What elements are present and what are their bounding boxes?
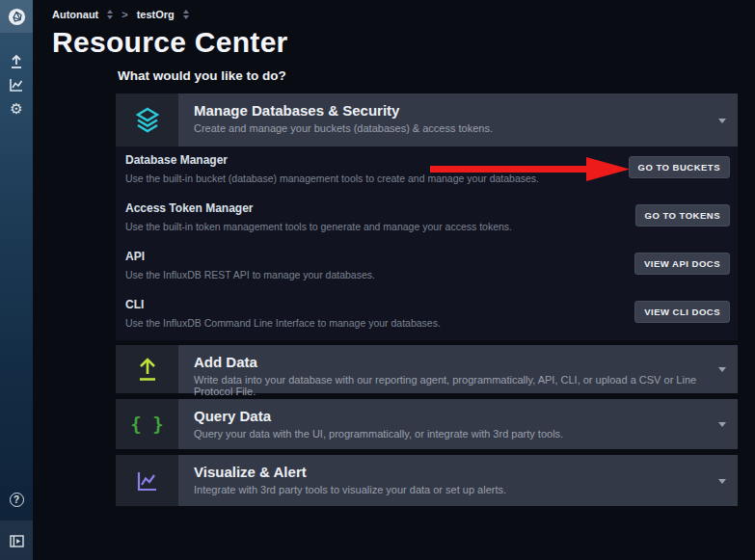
visualize-icon-tile	[116, 455, 178, 506]
card-description: Write data into your database with our r…	[194, 374, 738, 397]
breadcrumb-org[interactable]: testOrg	[137, 9, 175, 20]
database-manager-row: Database Manager Use the built-in bucket…	[125, 153, 730, 196]
gear-icon: ⚙	[10, 101, 22, 116]
card-title: Add Data	[194, 354, 738, 370]
add-data-icon-tile	[116, 345, 178, 393]
layers-icon	[134, 107, 161, 133]
breadcrumb-separator: >	[121, 9, 127, 20]
chevron-down-icon[interactable]	[718, 422, 726, 427]
upload-nav-item[interactable]	[0, 50, 33, 73]
chevron-down-icon[interactable]	[718, 119, 726, 123]
manage-databases-card-header[interactable]: Manage Databases & Security Create and m…	[116, 93, 738, 147]
chevron-down-icon[interactable]	[718, 367, 726, 372]
breadcrumb-account[interactable]: Autonaut	[52, 9, 98, 20]
visualize-alert-card-header[interactable]: Visualize & Alert Integrate with 3rd par…	[116, 455, 738, 506]
influxdb-logo[interactable]	[0, 0, 33, 33]
upload-icon	[9, 54, 24, 69]
go-to-tokens-button[interactable]: GO TO TOKENS	[635, 204, 731, 227]
view-cli-docs-button[interactable]: VIEW CLI DOCS	[634, 301, 730, 323]
manage-icon-tile	[116, 93, 178, 147]
line-chart-icon	[136, 469, 159, 493]
expand-panel-icon	[10, 535, 24, 547]
sort-caret-icon[interactable]	[107, 10, 113, 19]
go-to-buckets-button[interactable]: GO TO BUCKETS	[629, 156, 731, 178]
card-title: Query Data	[194, 408, 738, 424]
card-description: Query your data with the UI, programmati…	[194, 428, 738, 440]
influxdb-logo-icon	[8, 8, 26, 26]
api-row: API Use the InfluxDB REST API to manage …	[125, 250, 730, 292]
manage-databases-card-body: Database Manager Use the built-in bucket…	[116, 147, 738, 340]
card-title: Manage Databases & Security	[194, 102, 738, 119]
query-data-icon-tile: { }	[116, 399, 178, 449]
view-api-docs-button[interactable]: VIEW API DOCS	[634, 253, 730, 275]
add-data-card-header[interactable]: Add Data Write data into your database w…	[116, 345, 738, 393]
query-data-card-header[interactable]: { } Query Data Query your data with the …	[116, 399, 738, 449]
upload-icon	[136, 358, 159, 382]
breadcrumb: Autonaut > testOrg	[52, 6, 189, 23]
chevron-down-icon[interactable]	[718, 479, 726, 484]
expand-panel-nav-item[interactable]	[0, 529, 33, 552]
help-nav-item[interactable]: ?	[0, 488, 33, 511]
cli-row: CLI Use the InfluxDB Command Line Interf…	[125, 298, 730, 340]
card-description: Integrate with 3rd party tools to visual…	[194, 484, 738, 495]
card-title: Visualize & Alert	[194, 464, 738, 480]
page-title: Resource Center	[52, 26, 288, 59]
prompt-heading: What would you like to do?	[118, 68, 286, 83]
graph-icon	[9, 77, 24, 93]
help-icon: ?	[10, 493, 24, 507]
sort-caret-icon[interactable]	[183, 10, 189, 19]
resource-center-page: ⚙ ? Autonaut > testOrg Resource Center W…	[0, 0, 755, 560]
access-token-manager-row: Access Token Manager Use the built-in to…	[125, 201, 730, 244]
settings-nav-item[interactable]: ⚙	[0, 96, 33, 120]
sidebar: ⚙ ?	[0, 0, 33, 560]
data-explorer-nav-item[interactable]	[0, 73, 33, 96]
braces-icon: { }	[130, 413, 163, 435]
card-description: Create and manage your buckets (database…	[194, 122, 738, 134]
